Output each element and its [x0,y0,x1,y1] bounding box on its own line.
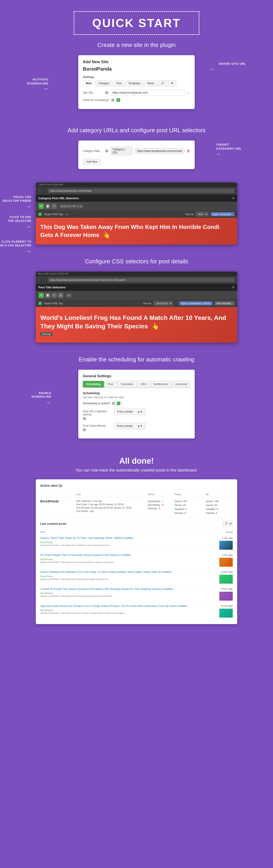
post-site-3: BoredPanda [40,575,53,578]
stab-translation[interactable]: Translation [117,381,137,388]
add-new-button[interactable]: Add New [83,159,101,165]
check-icon-2[interactable]: ✓ [52,292,57,298]
active-checkbox[interactable]: ✓ [116,98,120,102]
info-icon-active[interactable]: i [111,98,114,102]
post-link-4[interactable]: I Asked 30 People Two Simple Questions A… [40,587,215,591]
active-sites-title: Active sites (1) [40,484,62,487]
target-html-value-1: a [66,213,67,216]
post-site-4: BoredPanda [40,592,53,595]
info-icon-category[interactable]: i [105,149,108,153]
post-url-4: bpanda.com/30/2019 › https://bpanda.com/… [40,595,215,597]
post-link-3[interactable]: Artist's Painting Gets Mistaken For A Va… [40,570,215,574]
stab-advanced[interactable]: Advanced [172,381,190,388]
browser-frame-1: 2.68s 9.31ms 0.018s 440 ← → https://www.… [36,183,237,245]
status-recrawling: Recrawling: ✕ [148,503,174,506]
info-icon-interval2[interactable]: i [83,428,86,431]
use-immed-btn[interactable]: Use immedia... [215,301,235,305]
forward-icon-2[interactable]: → [43,278,46,282]
info-icon-scheduling[interactable]: i [112,402,115,405]
category-map-row: Category Map i Category 1 (35) https://w… [83,145,190,157]
step5-subtitle: Enable the scheduling for automatic craw… [79,356,194,363]
target-html-label-1: Target HTML Tag : [44,213,64,216]
all-done-title: All done! [119,456,154,466]
close-selector-icon[interactable]: ✕ [232,196,235,200]
edit-icon[interactable]: ✏ [38,204,44,209]
arrow-visual-css: → [0,203,31,210]
post-link-2[interactable]: 50 Times People Tried To Recreate Famous… [40,554,215,557]
post-link-1[interactable]: Owners Teach Their Shiba Inu To Paint, S… [40,536,215,540]
annotation-click-to-use-text: CLICK TO USE THE SELECTOR [8,216,31,222]
step4-subtitle: Configure CSS selectors for post details [85,258,188,265]
annotation-enter-url-text: ENTER SITE URL [219,62,246,66]
post-detail-3: Artist's Painting Gets Mistaken For A Va… [40,570,215,580]
tab-category[interactable]: Category [95,81,112,87]
selector-code-2[interactable]: h1 [65,293,72,298]
post-saved-3: 2 mins ago [215,570,233,584]
step1-subtitle: Create a new site in the plugin [97,41,176,49]
close-selector-icon-2[interactable]: ✕ [232,286,235,289]
target-row-1: ✓ Target HTML Tag : a Test via Both Appl… [36,211,237,218]
stab-notifications[interactable]: Notifications [150,381,171,388]
deleting-status-x: ✕ [158,506,161,510]
gen-settings-title: General Settings [83,374,190,378]
edit-icon-2[interactable]: ✏ [38,292,44,298]
tab-icon2[interactable]: ⚙ [168,81,176,87]
apply-manip-btn-2[interactable]: Apply manipulation options [179,301,212,305]
post-link-5[interactable]: Japanese Artist Hand-Cuts Octopus From A… [40,604,215,608]
info-icon-url[interactable]: i [105,91,108,94]
post-thumb-2 [219,558,233,567]
annotation-activate: ACTIVATE SCHEDULING → [27,78,48,92]
test-via-select-1[interactable]: Both [196,212,209,216]
annotation-click-element-text: CLICK ELEMENT TO FIND A CSS SELECTOR [0,240,31,247]
article-title-2: World's Loneliest Frog Has Found A Match… [40,314,233,331]
selector-toolbar-2: ✏ 📋 ✓ ◎ h1 [36,291,237,300]
copy-icon-2[interactable]: 📋 [45,292,50,298]
site-url-input[interactable] [111,90,185,96]
check-icon[interactable]: ✓ [52,204,57,209]
post-thumb-4 [219,592,233,601]
all-queue: Queue: 508 [206,499,233,503]
post-time-3: 2 mins ago [221,570,233,573]
url-edit-icon[interactable]: ✓ [188,91,190,94]
tab-notes[interactable]: Notes [144,81,157,87]
forward-icon[interactable]: → [43,189,46,192]
back-icon[interactable]: ← [38,189,42,192]
article-title-text-1: This Dog Was Taken Away From Who Kept Hi… [40,224,219,238]
apply-manip-btn-1[interactable]: Apply manipulati... [211,212,235,216]
tab-post[interactable]: Post [113,81,125,87]
back-icon-2[interactable]: ← [38,278,42,282]
stab-seo[interactable]: SEO [137,381,150,388]
arrow-target-url: ← [216,151,242,157]
target-row-2: ✓ Target HTML Tag : Test via JavaScript … [36,300,237,307]
active-label: Active for scheduling? [83,98,109,102]
copy-icon[interactable]: 📋 [45,204,50,209]
site-name: BoredPanda [83,66,190,72]
annotation-visual-css: VISUAL CSS SELECTOR FINDER → [0,191,31,214]
test-via-select-2[interactable]: JavaScript [154,301,173,306]
tab-templates[interactable]: Templates [125,81,143,87]
scheduling-active-checkbox[interactable]: ✓ [117,402,120,405]
post-url-3: bpanda.com/30/2019 › https://bpanda.com/… [40,578,215,580]
post-header-row: Post Saved [40,530,233,535]
settings-tabs-gen: Scheduling Post Translation SEO Notifica… [83,381,190,388]
stab-post[interactable]: Post [105,381,116,388]
tab-main[interactable]: Main [83,81,94,87]
info-icon-interval1[interactable]: i [83,417,86,420]
browser-nav-icons-1: ← → [38,189,46,192]
site-url-field: Site URL i ✓ [83,90,190,96]
target-icon-2[interactable]: ◎ [58,292,63,298]
interval-select-2[interactable]: Every minute ▲▼ [114,423,145,429]
tab-icon1[interactable]: 🔗 [158,81,167,87]
stab-scheduling[interactable]: Scheduling [83,381,104,388]
browser-url-bar-2[interactable]: https://www.boredpanda.com/worlds-loneli… [48,278,235,282]
delete-icon[interactable]: 🗑 [187,149,190,153]
deleting-label: Deleting: [148,507,157,510]
selector-code-1[interactable]: article h2 > a [59,204,83,208]
step3-section: VISUAL CSS SELECTOR FINDER → CLICK TO US… [0,178,273,253]
interval-row-1: Post URL Collection Interval i Every min… [83,408,190,420]
scheduling-label: Scheduling: [148,500,161,503]
interval-select-1[interactable]: Every minute ▲▼ [114,408,145,415]
posts-count-select[interactable]: 5 [223,521,233,526]
browser-url-bar-1[interactable]: https://www.boredpanda.com/animals/ [48,188,235,193]
interval-label-2: Post Crawl Interval i [83,423,112,431]
